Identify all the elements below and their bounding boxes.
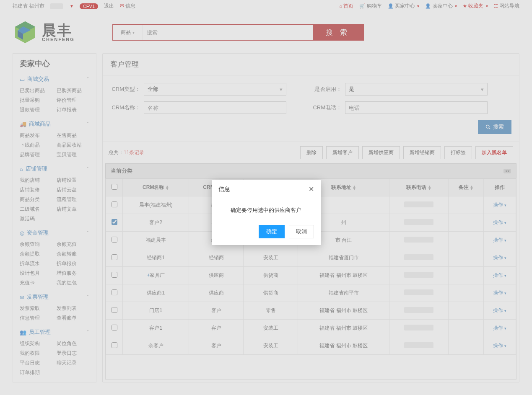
modal-ok-button[interactable]: 确定 <box>259 225 285 238</box>
confirm-modal: 信息 ✕ 确定要停用选中的供应商客户 确定 取消 <box>212 180 321 245</box>
modal-close-button[interactable]: ✕ <box>309 185 314 193</box>
modal-title: 信息 <box>218 186 230 193</box>
modal-message: 确定要停用选中的供应商客户 <box>212 198 321 225</box>
modal-cancel-button[interactable]: 取消 <box>289 225 314 238</box>
